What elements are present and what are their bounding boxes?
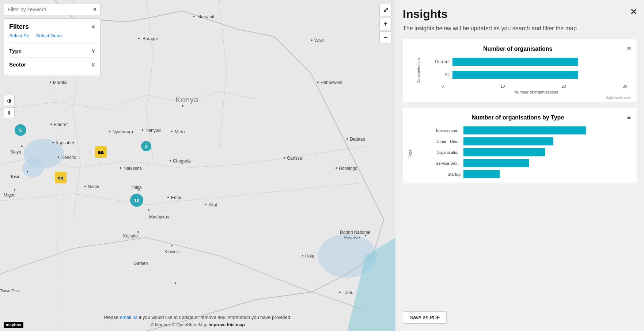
sector-filter-row[interactable]: Sector ∨ bbox=[9, 57, 95, 71]
search-input[interactable] bbox=[8, 7, 93, 12]
svg-text:Garissa: Garissa bbox=[287, 156, 302, 161]
expand-button[interactable]: ⤢ bbox=[379, 4, 392, 16]
bar-row-all: All bbox=[424, 71, 627, 79]
chart-1-x-axis: 0 10 20 30 bbox=[413, 84, 631, 88]
svg-point-34 bbox=[84, 186, 86, 187]
bar-track-international bbox=[463, 126, 627, 134]
chart-1-title: Number of organisations bbox=[409, 46, 627, 52]
select-none-link[interactable]: Select None bbox=[36, 33, 62, 38]
cluster-marker-5[interactable]: 5 bbox=[15, 124, 26, 136]
svg-point-36 bbox=[120, 167, 121, 169]
sector-filter-chevron: ∨ bbox=[91, 62, 95, 68]
chart-1-y-label: Data selection bbox=[416, 58, 421, 84]
bar-chart-1: Data selection Current All bbox=[413, 58, 631, 84]
chart-organisations: Number of organisations ≡ Data selection… bbox=[403, 39, 637, 102]
bar-row-service-deli: Service Deli... bbox=[424, 159, 627, 167]
svg-point-18 bbox=[109, 131, 110, 132]
chart-2-menu-icon[interactable]: ≡ bbox=[627, 114, 631, 121]
bar-fill-service-deli bbox=[463, 159, 529, 167]
bar-row-startup: Startup bbox=[424, 170, 627, 178]
svg-point-22 bbox=[171, 131, 173, 132]
filters-close-icon[interactable]: × bbox=[92, 24, 95, 30]
cluster-marker-12[interactable]: 12 bbox=[130, 194, 143, 207]
bar-chart-2: Type Internationa... Other - Des... Orga… bbox=[413, 126, 631, 181]
svg-text:Thika: Thika bbox=[131, 185, 142, 190]
house-marker-2[interactable]: 🏘 bbox=[55, 172, 67, 183]
svg-point-48 bbox=[167, 197, 169, 198]
chart-organisations-by-type: Number of organisations by Type ≡ Type I… bbox=[403, 108, 637, 183]
contrast-button[interactable]: ◑ bbox=[4, 95, 15, 106]
bar-fill-startup bbox=[463, 170, 500, 178]
insights-close-button[interactable]: ✕ bbox=[630, 7, 637, 17]
svg-text:Dadaab: Dadaab bbox=[350, 137, 365, 142]
bar-label-service-deli: Service Deli... bbox=[424, 161, 461, 166]
download-button[interactable]: ⬇ bbox=[4, 107, 15, 118]
svg-point-14 bbox=[50, 123, 52, 125]
type-filter-row[interactable]: Type ∨ bbox=[9, 43, 95, 57]
svg-text:Siaya: Siaya bbox=[10, 149, 21, 155]
svg-point-2 bbox=[22, 159, 44, 177]
svg-point-65 bbox=[175, 282, 176, 284]
improve-map-link[interactable]: Improve this map bbox=[209, 322, 245, 327]
type-filter-label: Type bbox=[9, 47, 22, 54]
svg-point-8 bbox=[311, 39, 312, 41]
chart-2-title: Number of organisations by Type bbox=[409, 114, 627, 121]
svg-point-12 bbox=[50, 81, 51, 83]
save-pdf-button[interactable]: Save as PDF bbox=[403, 311, 447, 324]
chart-2-y-label: Type bbox=[408, 149, 412, 158]
svg-text:Hoosingo: Hoosingo bbox=[339, 166, 357, 171]
zoom-out-button[interactable]: − bbox=[379, 31, 392, 44]
bar-row-organization: Organizatio... bbox=[424, 148, 627, 156]
svg-text:Embu: Embu bbox=[171, 195, 182, 200]
svg-point-6 bbox=[138, 38, 140, 39]
svg-point-16 bbox=[52, 142, 54, 143]
svg-text:Kitui: Kitui bbox=[208, 202, 217, 208]
select-all-link[interactable]: Select All bbox=[9, 33, 29, 38]
svg-text:Machakos: Machakos bbox=[149, 214, 169, 220]
chart-1-x-label: Number of organisations bbox=[413, 90, 631, 94]
svg-point-30 bbox=[27, 171, 28, 172]
search-close-icon[interactable]: × bbox=[93, 6, 96, 13]
bar-track-other-des bbox=[463, 137, 627, 145]
svg-text:Naivasha: Naivasha bbox=[124, 166, 142, 171]
map-controls: ⤢ + − bbox=[379, 4, 392, 44]
type-filter-chevron: ∨ bbox=[91, 48, 95, 54]
search-bar[interactable]: × bbox=[4, 4, 101, 15]
svg-text:Marsabit: Marsabit bbox=[197, 14, 215, 19]
insights-panel: Insights ✕ The insights below will be up… bbox=[395, 0, 644, 331]
bar-fill-international bbox=[463, 126, 586, 134]
filters-title: Filters bbox=[9, 23, 29, 31]
cluster-marker-2[interactable]: 2 bbox=[141, 141, 151, 151]
svg-point-26 bbox=[21, 145, 23, 147]
svg-text:Baragoi: Baragoi bbox=[143, 36, 158, 41]
svg-text:Kericho: Kericho bbox=[61, 155, 76, 160]
svg-point-32 bbox=[14, 189, 15, 191]
bar-row-international: Internationa... bbox=[424, 126, 627, 134]
svg-text:Narok: Narok bbox=[88, 184, 100, 189]
house-marker-1[interactable]: 🏘 bbox=[95, 146, 107, 158]
svg-point-50 bbox=[205, 204, 206, 205]
chart-1-credit: Highcharts.com bbox=[409, 96, 631, 100]
bar-track-current bbox=[452, 58, 627, 66]
bar-label-all: All bbox=[424, 72, 450, 77]
bar-label-current: Current bbox=[424, 59, 450, 64]
email-us-link[interactable]: email us bbox=[120, 315, 137, 320]
svg-text:Habaswein: Habaswein bbox=[321, 80, 342, 85]
svg-text:Kenya: Kenya bbox=[175, 95, 198, 104]
svg-text:Kajiado: Kajiado bbox=[123, 233, 138, 239]
insights-subtitle: The insights below will be updated as yo… bbox=[403, 24, 637, 33]
bar-label-other-des: Other - Des... bbox=[424, 139, 461, 144]
svg-point-63 bbox=[339, 292, 341, 293]
chart-1-menu-icon[interactable]: ≡ bbox=[627, 45, 631, 53]
bar-row-current: Current bbox=[424, 58, 627, 66]
svg-text:Dodori National: Dodori National bbox=[340, 230, 370, 235]
svg-text:Kapsabet: Kapsabet bbox=[56, 140, 74, 145]
bar-track-service-deli bbox=[463, 159, 627, 167]
bar-label-organization: Organizatio... bbox=[424, 150, 461, 155]
svg-text:Eldoret: Eldoret bbox=[54, 122, 68, 127]
svg-point-4 bbox=[193, 16, 194, 17]
svg-text:Tsavo East: Tsavo East bbox=[0, 289, 20, 293]
map-copyright: © Mapbox © OpenStreetMap Improve this ma… bbox=[151, 322, 245, 327]
zoom-in-button[interactable]: + bbox=[379, 18, 392, 30]
svg-point-54 bbox=[137, 231, 139, 233]
